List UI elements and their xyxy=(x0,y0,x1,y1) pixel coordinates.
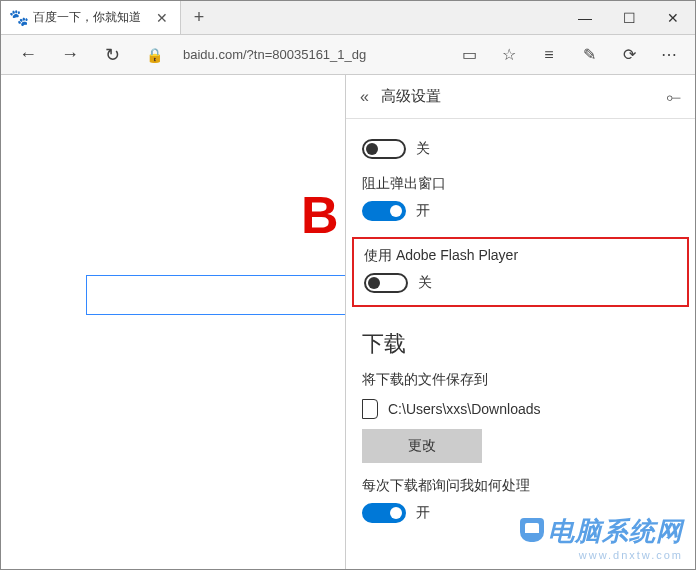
toggle-ask-download[interactable] xyxy=(362,503,406,523)
panel-title: 高级设置 xyxy=(381,87,666,106)
setting-unknown-row: 关 xyxy=(362,139,679,159)
address-bar: ← → ↻ 🔒 baidu.com/?tn=80035161_1_dg ▭ ☆ … xyxy=(1,35,695,75)
share-icon[interactable]: ⟳ xyxy=(611,40,647,70)
toggle-label: 开 xyxy=(416,504,430,522)
flash-setting-highlight: 使用 Adobe Flash Player 关 xyxy=(352,237,689,307)
watermark: 电脑系统网 www.dnxtw.com xyxy=(520,514,683,561)
toggle-flash[interactable] xyxy=(364,273,408,293)
more-icon[interactable]: ⋯ xyxy=(651,40,687,70)
download-path-row: C:\Users\xxs\Downloads xyxy=(362,399,679,419)
new-tab-button[interactable]: + xyxy=(181,1,217,34)
panel-header: « 高级设置 ⟜ xyxy=(346,75,695,119)
toggle-unknown[interactable] xyxy=(362,139,406,159)
popup-blocker-label: 阻止弹出窗口 xyxy=(362,175,679,193)
downloads-section-title: 下载 xyxy=(362,329,679,359)
chevron-left-icon[interactable]: « xyxy=(360,88,369,106)
lock-icon: 🔒 xyxy=(135,40,173,70)
save-location-label: 将下载的文件保存到 xyxy=(362,371,679,389)
notes-icon[interactable]: ✎ xyxy=(571,40,607,70)
house-icon xyxy=(520,518,544,542)
flash-row: 关 xyxy=(364,273,677,293)
favorite-icon[interactable]: ☆ xyxy=(491,40,527,70)
tab-title: 百度一下，你就知道 xyxy=(33,9,148,26)
browser-tab[interactable]: 🐾 百度一下，你就知道 ✕ xyxy=(1,1,181,34)
minimize-button[interactable]: — xyxy=(563,1,607,34)
refresh-button[interactable]: ↻ xyxy=(93,40,131,70)
settings-panel: « 高级设置 ⟜ 关 阻止弹出窗口 开 使用 Adobe Flash Playe… xyxy=(345,75,695,569)
ask-download-label: 每次下载都询问我如何处理 xyxy=(362,477,679,495)
url-field[interactable]: baidu.com/?tn=80035161_1_dg xyxy=(177,47,447,62)
close-icon[interactable]: ✕ xyxy=(154,10,170,26)
hub-icon[interactable]: ≡ xyxy=(531,40,567,70)
popup-blocker-row: 开 xyxy=(362,201,679,221)
toggle-popup-blocker[interactable] xyxy=(362,201,406,221)
close-button[interactable]: ✕ xyxy=(651,1,695,34)
window-titlebar: 🐾 百度一下，你就知道 ✕ + — ☐ ✕ xyxy=(1,1,695,35)
reading-view-icon[interactable]: ▭ xyxy=(451,40,487,70)
pin-icon[interactable]: ⟜ xyxy=(666,88,681,106)
toggle-label: 关 xyxy=(416,140,430,158)
toggle-label: 关 xyxy=(418,274,432,292)
folder-icon xyxy=(362,399,378,419)
flash-label: 使用 Adobe Flash Player xyxy=(364,247,677,265)
forward-button[interactable]: → xyxy=(51,40,89,70)
paw-icon: 🐾 xyxy=(11,10,27,26)
toggle-label: 开 xyxy=(416,202,430,220)
baidu-logo: B xyxy=(301,185,339,245)
change-button[interactable]: 更改 xyxy=(362,429,482,463)
window-controls: — ☐ ✕ xyxy=(563,1,695,34)
download-path: C:\Users\xxs\Downloads xyxy=(388,401,541,417)
maximize-button[interactable]: ☐ xyxy=(607,1,651,34)
back-button[interactable]: ← xyxy=(9,40,47,70)
